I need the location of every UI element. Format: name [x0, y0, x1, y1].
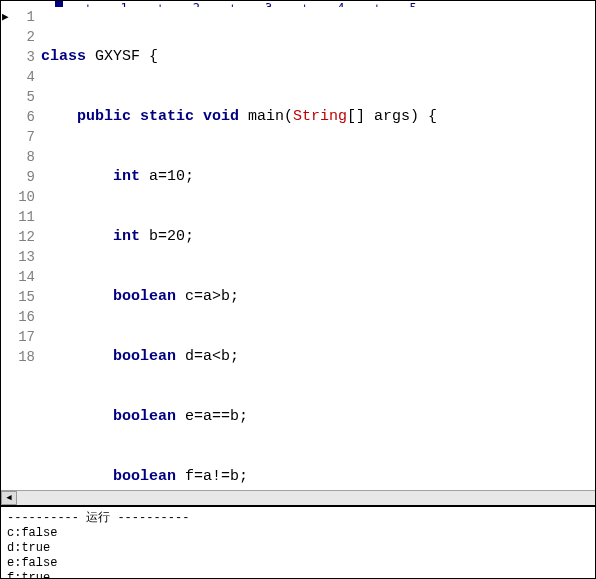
indent: [41, 408, 113, 425]
console-line: e:false: [7, 556, 589, 571]
console-line: d:true: [7, 541, 589, 556]
line-no: 4: [11, 67, 35, 87]
current-line-arrow-icon: ▶: [1, 7, 11, 27]
scroll-track[interactable]: [17, 491, 595, 505]
line-no: 18: [11, 347, 35, 367]
keyword: boolean: [113, 288, 176, 305]
code-line: public static void main(String[] args) {: [41, 107, 595, 127]
output-console[interactable]: ---------- 运行 ----------c:falsed:truee:f…: [1, 505, 595, 578]
gutter-arrow-col: ▶: [1, 7, 11, 490]
console-line: c:false: [7, 526, 589, 541]
keyword: boolean: [113, 408, 176, 425]
scroll-left-button[interactable]: ◀: [1, 491, 17, 505]
plain: [] args) {: [347, 108, 437, 125]
code-line: boolean c=a>b;: [41, 287, 595, 307]
line-no: 12: [11, 227, 35, 247]
line-no: 15: [11, 287, 35, 307]
console-line: f:true: [7, 571, 589, 578]
indent: [41, 468, 113, 485]
line-no: 2: [11, 27, 35, 47]
keyword: boolean: [113, 468, 176, 485]
line-no: 9: [11, 167, 35, 187]
classname: String: [293, 108, 347, 125]
line-no: 6: [11, 107, 35, 127]
line-number-gutter: 1 2 3 4 5 6 7 8 9 10 11 12 13 14 15 16 1…: [11, 7, 41, 490]
plain: b=20;: [140, 228, 194, 245]
line-no: 1: [11, 7, 35, 27]
line-no: 11: [11, 207, 35, 227]
indent: [41, 168, 113, 185]
keyword: int: [113, 228, 140, 245]
code-line: boolean f=a!=b;: [41, 467, 595, 487]
code-line: int a=10;: [41, 167, 595, 187]
plain: GXYSF {: [86, 48, 158, 65]
line-no: 17: [11, 327, 35, 347]
keyword: boolean: [113, 348, 176, 365]
line-no: 3: [11, 47, 35, 67]
line-no: 16: [11, 307, 35, 327]
line-no: 13: [11, 247, 35, 267]
code-line: boolean e=a==b;: [41, 407, 595, 427]
plain: c=a>b;: [176, 288, 239, 305]
indent: [41, 288, 113, 305]
plain: main(: [239, 108, 293, 125]
code-line: int b=20;: [41, 227, 595, 247]
line-no: 7: [11, 127, 35, 147]
line-no: 10: [11, 187, 35, 207]
plain: f=a!=b;: [176, 468, 248, 485]
plain: e=a==b;: [176, 408, 248, 425]
keyword: int: [113, 168, 140, 185]
indent: [41, 348, 113, 365]
code-area[interactable]: ▶ 1 2 3 4 5 6 7 8 9 10 11 12 13 14 15 16…: [1, 7, 595, 490]
indent: [41, 228, 113, 245]
line-no: 8: [11, 147, 35, 167]
indent: [41, 108, 77, 125]
keyword: class: [41, 48, 86, 65]
code-line: class GXYSF {: [41, 47, 595, 67]
console-header: ---------- 运行 ----------: [7, 511, 589, 526]
code-line: boolean d=a<b;: [41, 347, 595, 367]
code-text[interactable]: class GXYSF { public static void main(St…: [41, 7, 595, 490]
keyword: public static void: [77, 108, 239, 125]
line-no: 14: [11, 267, 35, 287]
plain: a=10;: [140, 168, 194, 185]
plain: d=a<b;: [176, 348, 239, 365]
horizontal-scrollbar[interactable]: ◀: [1, 490, 595, 505]
line-no: 5: [11, 87, 35, 107]
ide-window: ------+----1----+----2----+----3----+---…: [0, 0, 596, 579]
